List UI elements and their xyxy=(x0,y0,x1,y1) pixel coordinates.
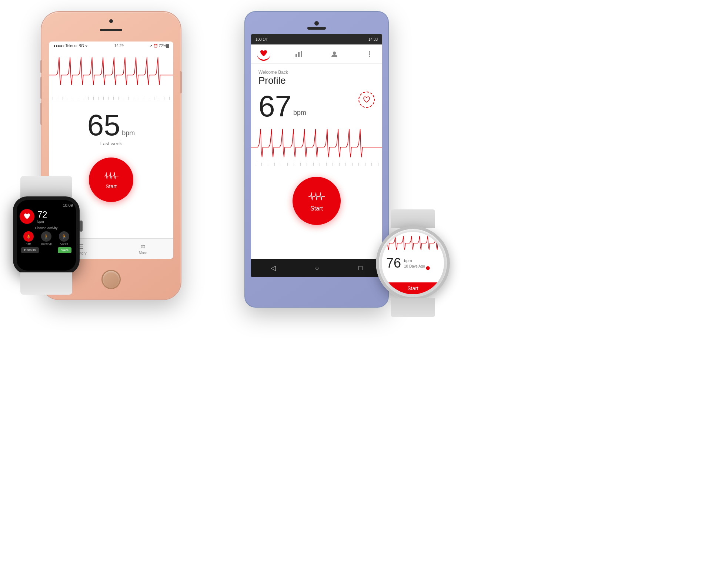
android-ecg-ticks xyxy=(251,163,382,166)
android-start-label: Start xyxy=(310,205,323,212)
android-status-bar: 100 14° 14:33 xyxy=(251,34,382,44)
gear-bpm-area: 76 bpm 10 Days Ago ⬤ xyxy=(382,254,444,272)
watch-buttons: Dismiss Save xyxy=(20,247,73,253)
gear-ecg-display xyxy=(382,232,444,254)
watch-save-button[interactable]: Save xyxy=(58,247,71,253)
android-nav-chart[interactable] xyxy=(292,47,305,61)
warmup-icon: 🚶 xyxy=(41,231,51,242)
tab-more[interactable]: ∞ More xyxy=(139,242,147,255)
android-welcome-text: Welcome Back xyxy=(258,70,375,75)
android-start-button[interactable]: Start xyxy=(293,177,341,225)
iphone-vol-up-button xyxy=(40,77,42,99)
iphone-mute-button xyxy=(40,60,42,73)
location-icon: ↗ xyxy=(149,44,152,48)
watch-heart-icon xyxy=(20,209,34,224)
iphone-power-button xyxy=(180,71,182,93)
gear-screen: 76 bpm 10 Days Ago ⬤ Start xyxy=(382,232,444,294)
ios-bpm-display: 65 bpm Last week xyxy=(49,101,173,150)
watch-activity-cardio[interactable]: 🏃 Cardio xyxy=(59,231,69,245)
watch-heart-area: 72 bpm xyxy=(20,209,73,224)
android-home-button[interactable]: ○ xyxy=(315,264,319,272)
svg-point-4 xyxy=(369,51,370,53)
gear-watch-device: 76 bpm 10 Days Ago ⬤ Start xyxy=(370,215,455,319)
watch-activity-rest[interactable]: 🧍 Rest xyxy=(23,231,34,245)
watch-activity-icons: 🧍 Rest 🚶 Warm Up 🏃 Cardio xyxy=(20,231,73,245)
android-nav-heart[interactable] xyxy=(257,47,270,61)
ios-bpm-value: 65 xyxy=(87,109,120,142)
android-speaker xyxy=(307,27,326,30)
watch-bpm-value: 72 xyxy=(37,209,47,220)
watch-band-top xyxy=(20,176,72,198)
watch-crown xyxy=(80,221,83,232)
android-back-button[interactable]: ◁ xyxy=(271,264,276,272)
svg-rect-2 xyxy=(301,51,302,57)
watch-band-bottom xyxy=(20,272,72,295)
ios-status-bar: ●●●●○ Telenor BG ᯤ 14:29 ↗ ⏰ 72%▓ xyxy=(49,42,173,49)
android-top-nav xyxy=(251,44,382,64)
svg-point-3 xyxy=(333,52,336,54)
ios-time: 14:29 xyxy=(114,44,124,48)
android-bottom-nav: ◁ ○ □ xyxy=(251,259,382,277)
rest-label: Rest xyxy=(26,242,31,245)
gear-bpm-value: 76 xyxy=(386,256,401,270)
gear-band-top xyxy=(391,209,435,228)
android-ecg-display xyxy=(251,125,382,169)
iphone-speaker xyxy=(100,29,122,31)
android-time: 14:33 xyxy=(368,37,378,42)
ios-ecg-display xyxy=(49,49,173,101)
android-camera xyxy=(314,21,319,26)
watch-screen: 10:09 72 bpm Choose activity xyxy=(17,200,76,271)
android-profile-label: Profile xyxy=(258,75,375,86)
tab-more-label: More xyxy=(139,251,147,255)
cardio-label: Cardio xyxy=(60,242,68,245)
watch-body: 10:09 72 bpm Choose activity xyxy=(13,196,80,274)
ios-start-button[interactable]: Start xyxy=(89,158,133,202)
android-screen: 100 14° 14:33 xyxy=(251,34,382,277)
android-heart-outline xyxy=(358,92,375,108)
battery-status: ↗ ⏰ 72%▓ xyxy=(149,44,169,48)
rest-icon: 🧍 xyxy=(23,231,34,242)
svg-point-5 xyxy=(369,53,370,55)
more-icon: ∞ xyxy=(141,242,146,250)
gear-body: 76 bpm 10 Days Ago ⬤ Start xyxy=(376,226,450,300)
iphone-vol-down-button xyxy=(40,103,42,125)
watch-activity-label: Choose activity xyxy=(20,226,73,230)
android-bpm-value: 67 xyxy=(258,92,291,121)
ios-bpm-unit: bpm xyxy=(122,129,135,137)
svg-rect-0 xyxy=(295,54,297,57)
gear-bpm-sublabel: 10 Days Ago xyxy=(404,264,425,268)
apple-watch-device: 10:09 72 bpm Choose activity xyxy=(6,196,87,293)
watch-dismiss-button[interactable]: Dismiss xyxy=(21,247,39,253)
android-bpm-unit: bpm xyxy=(293,109,306,117)
android-device: 100 14° 14:33 xyxy=(244,11,389,308)
gear-bpm-unit: bpm xyxy=(404,258,425,263)
cardio-icon: 🏃 xyxy=(59,231,69,242)
carrier-signal: ●●●●○ Telenor BG ᯤ xyxy=(53,44,89,48)
warmup-label: Warm Up xyxy=(41,242,51,245)
android-welcome: Welcome Back Profile xyxy=(251,64,382,88)
watch-time: 10:09 xyxy=(20,203,73,208)
ecg-ticker xyxy=(49,95,173,101)
android-bpm-display: 67 bpm xyxy=(251,88,382,125)
android-recents-button[interactable]: □ xyxy=(358,264,363,272)
watch-activity-warmup[interactable]: 🚶 Warm Up xyxy=(41,231,51,245)
gear-bluetooth-icon: ⬤ xyxy=(426,266,430,270)
ios-bpm-label: Last week xyxy=(56,141,166,146)
svg-rect-1 xyxy=(298,52,300,57)
android-status-left: 100 14° xyxy=(256,37,268,42)
iphone-home-button[interactable] xyxy=(101,270,121,289)
watch-bpm-unit: bpm xyxy=(37,220,47,223)
android-nav-more[interactable] xyxy=(363,47,376,61)
gear-start-button[interactable]: Start xyxy=(382,282,444,294)
android-nav-profile[interactable] xyxy=(328,47,341,61)
svg-point-6 xyxy=(369,56,370,57)
gear-band-bottom xyxy=(391,298,435,317)
ios-start-label: Start xyxy=(106,183,117,189)
iphone-camera xyxy=(109,19,113,23)
